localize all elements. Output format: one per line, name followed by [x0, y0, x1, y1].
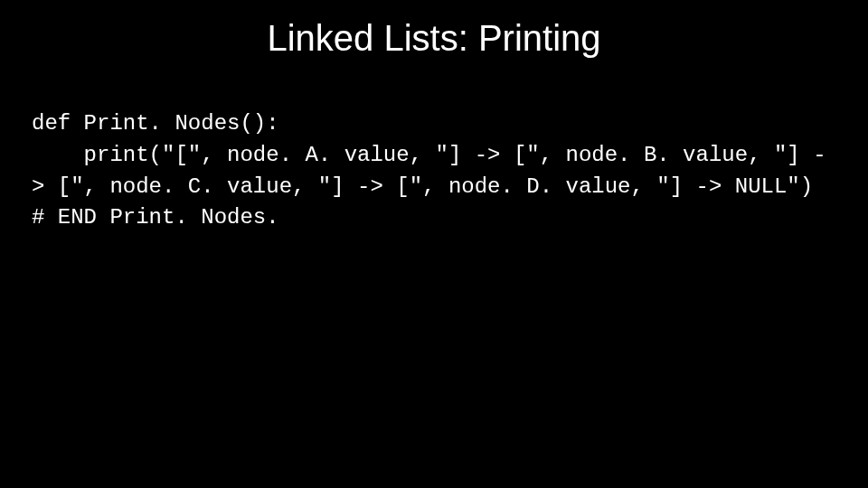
slide-title: Linked Lists: Printing [0, 18, 868, 59]
code-block: def Print. Nodes(): print("[", node. A. … [32, 108, 836, 234]
slide: Linked Lists: Printing def Print. Nodes(… [0, 0, 868, 488]
